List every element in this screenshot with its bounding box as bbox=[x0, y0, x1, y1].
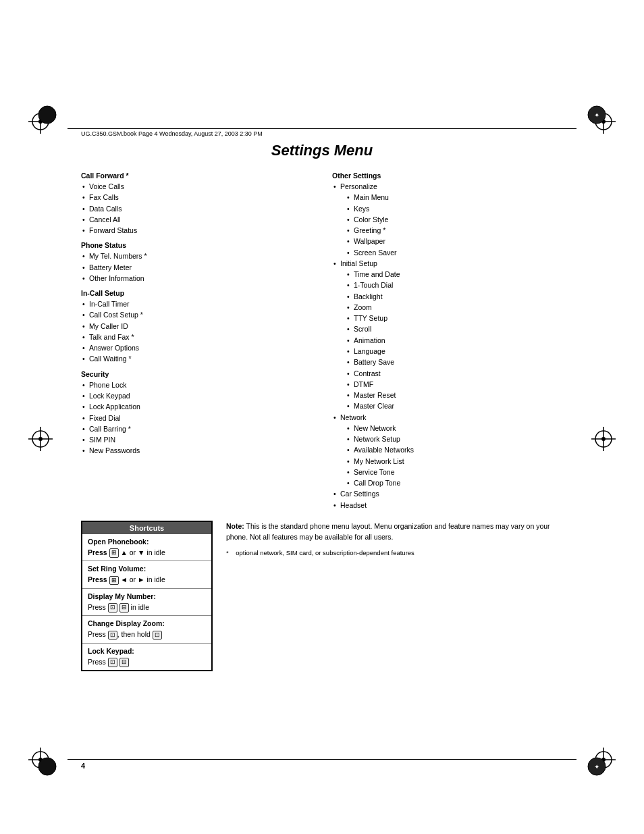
phone-status-list: My Tel. Numbers * Battery Meter Other In… bbox=[81, 251, 312, 284]
content-columns: Call Forward * Voice Calls Fax Calls Dat… bbox=[81, 172, 563, 511]
list-item: Forward Status bbox=[89, 225, 312, 236]
list-item: Service Tone bbox=[354, 467, 563, 477]
page-wrapper: UG.C350.GSM.book Page 4 Wednesday, Augus… bbox=[0, 0, 644, 834]
list-item: Call Barring * bbox=[89, 423, 312, 434]
list-item: In-Call Timer bbox=[89, 298, 312, 309]
shortcut-set-ring-volume: Set Ring Volume: Press ⊞ ◄ or ► in idle bbox=[82, 561, 211, 589]
svg-point-27 bbox=[38, 758, 56, 775]
list-item: Other Information bbox=[89, 273, 312, 284]
shortcut-open-phonebook: Open Phonebook: Press ⊞ ▲ or ▼ in idle bbox=[82, 534, 211, 562]
svg-point-19 bbox=[38, 437, 43, 441]
other-settings-list: Personalize Main Menu Keys Color Style G… bbox=[332, 181, 563, 511]
file-info: UG.C350.GSM.book Page 4 Wednesday, Augus… bbox=[81, 130, 263, 137]
list-item: Voice Calls bbox=[89, 181, 312, 192]
list-item: Time and Date bbox=[354, 269, 563, 280]
personalize-sub-list: Main Menu Keys Color Style Greeting * Wa… bbox=[340, 192, 563, 258]
list-item: Zoom bbox=[354, 302, 563, 313]
shortcut-label: Set Ring Volume: bbox=[88, 564, 206, 575]
note-bold-prefix: Note: bbox=[226, 522, 244, 530]
note-body: This is the standard phone menu layout. … bbox=[226, 522, 550, 541]
list-item: TTY Setup bbox=[354, 313, 563, 323]
list-item: Call Waiting * bbox=[89, 353, 312, 364]
page-title: Settings Menu bbox=[81, 142, 563, 159]
shortcut-label: Open Phonebook: bbox=[88, 537, 206, 548]
list-item: Call Cost Setup * bbox=[89, 309, 312, 320]
security-list: Phone Lock Lock Keypad Lock Application … bbox=[81, 380, 312, 457]
svg-point-23 bbox=[601, 437, 606, 441]
list-item: Master Clear bbox=[354, 400, 563, 411]
list-item: Battery Meter bbox=[89, 262, 312, 273]
shortcut-label: Display My Number: bbox=[88, 592, 206, 602]
list-item: Headset bbox=[340, 500, 563, 511]
list-item: Color Style bbox=[354, 214, 563, 225]
bottom-rule bbox=[68, 759, 576, 760]
list-item: Initial Setup Time and Date 1-Touch Dial… bbox=[340, 258, 563, 412]
in-call-setup-list: In-Call Timer Call Cost Setup * My Calle… bbox=[81, 298, 312, 365]
section-phone-status-heading: Phone Status bbox=[81, 241, 312, 249]
footnote: * optional network, SIM card, or subscri… bbox=[226, 548, 563, 558]
shortcut-desc: Press ⊡, then hold ⊡ bbox=[88, 629, 206, 640]
decorative-circle-br: ✦ bbox=[587, 756, 607, 777]
corner-marker-mid-l bbox=[27, 425, 54, 452]
section-call-forward-heading: Call Forward * bbox=[81, 172, 312, 180]
section-security-heading: Security bbox=[81, 370, 312, 378]
key-icon: ⊡ bbox=[108, 603, 117, 613]
svg-text:✦: ✦ bbox=[594, 763, 599, 771]
key-icon: ⊡ bbox=[108, 658, 117, 667]
list-item: Answer Options bbox=[89, 342, 312, 353]
shortcut-lock-keypad: Lock Keypad: Press ⊡ ⊟ bbox=[82, 644, 211, 671]
key-icon: ⊟ bbox=[119, 603, 129, 613]
list-item: Keys bbox=[354, 203, 563, 214]
shortcut-label: Change Display Zoom: bbox=[88, 619, 206, 629]
list-item: Cancel All bbox=[89, 214, 312, 225]
list-item: Master Reset bbox=[354, 390, 563, 400]
shortcut-desc: Press ⊡ ⊟ in idle bbox=[88, 602, 206, 613]
shortcut-desc: Press ⊞ ◄ or ► in idle bbox=[88, 575, 206, 585]
list-item: Contrast bbox=[354, 368, 563, 379]
list-item: Talk and Fax * bbox=[89, 332, 312, 342]
list-item: Available Networks bbox=[354, 444, 563, 455]
list-item: My Tel. Numbers * bbox=[89, 251, 312, 261]
list-item: DTMF bbox=[354, 379, 563, 390]
list-item: Phone Lock bbox=[89, 380, 312, 390]
list-item: My Network List bbox=[354, 456, 563, 467]
list-item: Greeting * bbox=[354, 225, 563, 236]
key-icon: ⊞ bbox=[109, 576, 119, 585]
section-in-call-setup-heading: In-Call Setup bbox=[81, 289, 312, 297]
list-item: My Caller ID bbox=[89, 321, 312, 332]
list-item: Lock Keypad bbox=[89, 390, 312, 401]
note-box: Note: This is the standard phone menu la… bbox=[226, 521, 563, 672]
list-item: Network New Network Network Setup Availa… bbox=[340, 412, 563, 489]
network-sub-list: New Network Network Setup Available Netw… bbox=[340, 423, 563, 489]
list-item: Call Drop Tone bbox=[354, 477, 563, 488]
svg-point-24 bbox=[38, 106, 56, 124]
right-column: Other Settings Personalize Main Menu Key… bbox=[332, 172, 563, 511]
decorative-circle-tl bbox=[37, 105, 57, 125]
corner-marker-mid-r bbox=[590, 425, 617, 452]
section-other-settings-heading: Other Settings bbox=[332, 172, 563, 180]
list-item: New Passwords bbox=[89, 445, 312, 456]
bottom-section: Shortcuts Open Phonebook: Press ⊞ ▲ or ▼… bbox=[81, 521, 563, 672]
key-icon: ⊟ bbox=[119, 658, 129, 667]
footnote-marker: * bbox=[226, 549, 229, 556]
list-item: Lock Application bbox=[89, 401, 312, 412]
list-item: Backlight bbox=[354, 291, 563, 302]
list-item: Wallpaper bbox=[354, 236, 563, 246]
shortcut-display-my-number: Display My Number: Press ⊡ ⊟ in idle bbox=[82, 589, 211, 617]
key-icon: ⊡ bbox=[153, 631, 162, 640]
note-text: Note: This is the standard phone menu la… bbox=[226, 521, 563, 543]
list-item: Scroll bbox=[354, 323, 563, 334]
left-column: Call Forward * Voice Calls Fax Calls Dat… bbox=[81, 172, 312, 511]
list-item: 1-Touch Dial bbox=[354, 280, 563, 290]
main-content: Settings Menu Call Forward * Voice Calls… bbox=[81, 142, 563, 753]
call-forward-list: Voice Calls Fax Calls Data Calls Cancel … bbox=[81, 181, 312, 236]
shortcut-desc: Press ⊡ ⊟ bbox=[88, 657, 206, 668]
list-item: Car Settings bbox=[340, 488, 563, 499]
footnote-text: optional network, SIM card, or subscript… bbox=[236, 549, 414, 556]
list-item: Main Menu bbox=[354, 192, 563, 203]
key-icon: ⊞ bbox=[109, 548, 119, 558]
list-item: Animation bbox=[354, 335, 563, 346]
decorative-circle-tr: ✦ bbox=[587, 105, 607, 125]
shortcuts-box: Shortcuts Open Phonebook: Press ⊞ ▲ or ▼… bbox=[81, 521, 213, 672]
list-item: Screen Saver bbox=[354, 247, 563, 258]
